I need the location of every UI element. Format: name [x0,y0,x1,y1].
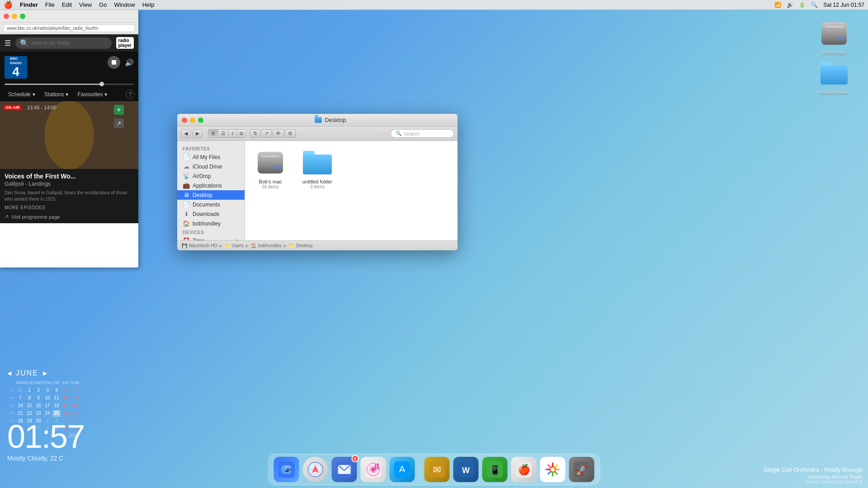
finder-icon-view-button[interactable]: ⊞ [208,130,218,137]
sidebar-item-time-machine[interactable]: ⏰ Time... ⏏ [177,236,245,240]
hamburger-menu[interactable]: ☰ [5,39,11,47]
minimize-button[interactable] [12,14,17,19]
breadcrumb-user[interactable]: bobhundley [258,243,282,248]
search-icon[interactable]: 🔍 [811,2,818,8]
nav-favourites[interactable]: Favourites ▾ [73,88,112,101]
dock-safari[interactable] [303,457,328,482]
cal-day-15[interactable]: 15 [25,402,33,409]
dock-photos[interactable] [540,457,566,482]
cal-day-20[interactable]: 20 [71,402,79,409]
calendar-next-button[interactable]: ▶ [43,370,47,376]
cal-day-7[interactable]: 7 [16,394,24,402]
finder-item-untitled-folder[interactable]: untitled folder 3 items [299,148,335,189]
cal-day-8[interactable]: 8 [25,394,33,402]
breadcrumb-users[interactable]: Users [232,243,244,248]
menu-help[interactable]: Help [142,1,155,8]
cal-day-13[interactable]: 13 [71,394,79,402]
cal-day-10[interactable]: 10 [43,394,52,402]
cal-day-5[interactable]: 5 [61,387,70,394]
sidebar-item-user[interactable]: 🏠 bobhundley [177,219,245,228]
desktop-hdd-icon[interactable]: Bob's mac [814,19,854,55]
finder-gear-button[interactable]: ⚙ [285,129,296,138]
dock-app-store[interactable]: A [390,457,415,482]
finder-column-view-button[interactable]: ⫴ [229,130,237,137]
help-button[interactable]: ? [126,90,135,99]
sidebar-item-applications[interactable]: 💼 Applications [177,181,245,190]
cal-day-3[interactable]: 3 [43,387,52,394]
dock-about-mac[interactable]: 🍎 [511,457,537,482]
apple-menu[interactable]: 🍎 [4,0,13,9]
progress-thumb[interactable] [99,82,104,86]
cal-day-6[interactable]: 6 [71,387,79,394]
cal-day-24[interactable]: 24 [43,410,52,417]
close-button[interactable] [4,14,9,19]
finder-eye-button[interactable]: 👁 [273,129,284,138]
cal-day-9[interactable]: 9 [34,394,42,402]
dock-itunes[interactable] [361,457,386,482]
dock-mail[interactable]: 8 [332,457,357,482]
cal-day-22[interactable]: 22 [25,410,33,417]
stop-button[interactable] [108,56,120,69]
finder-close-button[interactable] [182,117,187,123]
bbc-progress-bar[interactable] [0,80,138,88]
share-button[interactable]: ↗ [114,118,124,128]
menu-view[interactable]: View [79,1,92,8]
visit-programme-button[interactable]: ↗ Visit programme page [5,214,134,220]
finder-share-button[interactable]: ↗ [261,129,272,138]
dock-word[interactable]: W [453,457,479,482]
cal-day-11[interactable]: 11 [52,394,61,402]
nav-stations[interactable]: Stations ▾ [40,88,73,101]
finder-forward-button[interactable]: ▶ [193,129,203,138]
bbc-radioplayer-logo[interactable]: radioplayer [116,37,134,49]
wifi-icon[interactable]: 📶 [774,2,781,8]
cal-day-4[interactable]: 4 [52,387,61,394]
dock-facetime[interactable]: 📱 [482,457,508,482]
finder-minimize-button[interactable] [190,117,195,123]
finder-list-view-button[interactable]: ☰ [218,130,229,137]
cal-day-16[interactable]: 16 [34,402,42,409]
finder-cover-view-button[interactable]: ⧉ [237,130,246,137]
finder-back-button[interactable]: ◀ [181,129,191,138]
dock-launchpad[interactable]: 🚀 [569,457,594,482]
cal-day-17[interactable]: 17 [43,402,52,409]
bbc-search-input[interactable] [32,40,107,46]
menu-edit[interactable]: Edit [62,1,72,8]
maximize-button[interactable] [20,14,25,19]
finder-item-bobs-mac[interactable]: Bob's mac 26 items [252,148,288,189]
more-episodes-link[interactable]: MORE EPISODES [5,205,134,210]
cal-day-26[interactable]: 26 [61,410,70,417]
sidebar-item-downloads[interactable]: ⬇ Downloads [177,209,245,219]
menu-window[interactable]: Window [114,1,135,8]
menu-file[interactable]: File [45,1,55,8]
cal-day-18[interactable]: 18 [52,402,61,409]
cal-day-12[interactable]: 12 [61,394,70,402]
volume-icon[interactable]: 🔊 [787,2,793,8]
breadcrumb-hdd[interactable]: Macintosh HD [189,243,217,248]
breadcrumb-desktop[interactable]: Desktop [296,243,313,248]
sidebar-item-airdrop[interactable]: 📡 AirDrop [177,171,245,181]
cal-day-2[interactable]: 2 [34,387,42,394]
sidebar-item-documents[interactable]: 📄 Documents [177,200,245,209]
finder-maximize-button[interactable] [198,117,203,123]
cal-day-19[interactable]: 19 [61,402,70,409]
desktop-folder-icon[interactable]: untitled folder [814,59,854,95]
cal-day-25-today[interactable]: 25 [52,410,61,417]
dock-mail2[interactable]: ✉ [425,457,450,482]
bbc-search-box[interactable]: 🔍 [15,38,112,49]
volume-button[interactable]: 🔊 [125,58,134,67]
sidebar-item-desktop[interactable]: 🖥 Desktop [177,190,245,200]
cal-day-1[interactable]: 1 [25,387,33,394]
nav-schedule[interactable]: Schedule ▾ [4,88,40,101]
dock-finder[interactable]: ◕ ◔ [274,457,299,482]
calendar-prev-button[interactable]: ◀ [7,370,11,376]
menu-finder[interactable]: Finder [20,1,38,8]
sidebar-item-all-my-files[interactable]: 📄 All My Files [177,152,245,162]
cal-day-23[interactable]: 23 [34,410,42,417]
sidebar-item-icloud[interactable]: ☁ iCloud Drive [177,162,245,171]
cal-day-21[interactable]: 21 [16,410,24,417]
bbc-url-display[interactable]: www.bbc.co.uk/radio/player/bbc_radio_fou… [4,24,135,32]
finder-search-box[interactable]: 🔍 Search [391,129,454,138]
add-to-favourites-button[interactable]: + [114,105,124,115]
cal-day-14[interactable]: 14 [16,402,24,409]
finder-arrange-button[interactable]: ⇅ [250,129,260,138]
